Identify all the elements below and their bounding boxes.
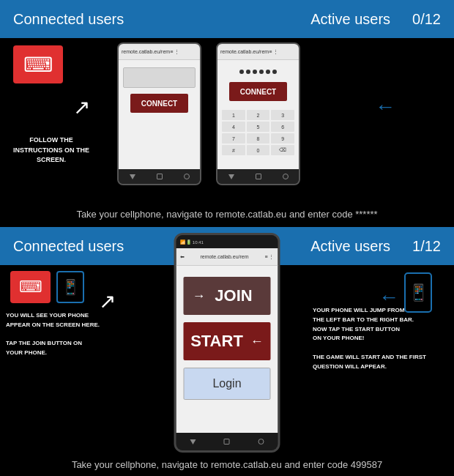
- login-label: Login: [212, 377, 241, 390]
- top-section-instruction: Take your cellphone, navigate to remote.…: [0, 209, 454, 220]
- bottom-counter: 1/12: [412, 238, 441, 255]
- follow-instructions-text: FOLLOW THE INSTRUCTIONS ON THE SCREEN.: [7, 135, 95, 166]
- phone-2-screen: CONNECT 1 2 3 4 5 6 7 8 9 # 0 ⌫: [217, 60, 299, 169]
- keyboard-icon-box-top: ⌨: [13, 45, 63, 83]
- back-nav: [130, 174, 135, 179]
- key-2[interactable]: 2: [247, 110, 270, 120]
- phone-2-bottomnav: [217, 169, 299, 184]
- keyboard-icon-top: ⌨: [23, 53, 53, 77]
- phone-1-topbar: remote.catlab.eu/rem ≡ ⋮: [119, 44, 200, 60]
- key-del[interactable]: ⌫: [271, 145, 294, 155]
- right-instr-line1: YOUR PHONE WILL JUMP FROM: [313, 306, 448, 316]
- phone-1-connect-btn[interactable]: CONNECT: [130, 94, 188, 113]
- arrow-top-left: ↗: [73, 95, 90, 119]
- left-instr-line2: APPEAR ON THE SCREEN HERE.: [6, 321, 134, 330]
- join-arrow-icon: →: [193, 289, 206, 304]
- key-5[interactable]: 5: [247, 122, 270, 132]
- back-nav-2: [228, 174, 234, 179]
- back-nav-big: [190, 439, 196, 445]
- left-instructions-bottom: YOU WILL SEE YOUR PHONE APPEAR ON THE SC…: [6, 311, 134, 358]
- right-instr-line3: NOW TAP THE START BUTTON: [313, 325, 448, 335]
- phone-1-bottomnav: [119, 169, 200, 184]
- right-instr-line5: THE GAME WILL START AND THE FIRST: [313, 353, 448, 362]
- phone-mockup-2: remote.catlab.eu/rem ≡ ⋮ CONNECT 1 2 3: [216, 42, 300, 185]
- top-section: Connected users Active users 0/12 ⌨ ↗ re…: [0, 0, 454, 227]
- big-phone-mockup: 📶 🔋 10:41 ⬅ remote.catlab.eu/rem ≡ ⋮ → J…: [174, 233, 280, 453]
- recent-nav-2: [283, 174, 289, 179]
- key-8[interactable]: 8: [247, 133, 270, 144]
- arrow-bottom-left: ↗: [99, 289, 116, 313]
- password-dots: [222, 67, 294, 76]
- recent-nav-big: [258, 439, 264, 445]
- phone-1-url: remote.catlab.eu/rem: [122, 49, 170, 54]
- numpad: 1 2 3 4 5 6 7 8 9 # 0 ⌫: [222, 110, 294, 155]
- top-counter: 0/12: [412, 11, 441, 28]
- top-connected-label: Connected users: [13, 11, 124, 28]
- top-active-label: Active users: [310, 11, 390, 28]
- bottom-section: Connected users Active users 1/12 ⌨ 📱 ↗ …: [0, 227, 454, 476]
- bottom-connected-label: Connected users: [13, 238, 124, 255]
- key-3[interactable]: 3: [271, 110, 294, 120]
- phones-container-top: remote.catlab.eu/rem ≡ ⋮ CONNECT remote.…: [117, 42, 300, 185]
- left-instr-line3: TAP THE JOIN BUTTON ON: [6, 339, 134, 349]
- left-instr-line1: YOU WILL SEE YOUR PHONE: [6, 311, 134, 321]
- phone-1-input: [123, 67, 196, 88]
- key-7[interactable]: 7: [222, 133, 245, 144]
- phone-icon-left: 📱: [56, 271, 84, 303]
- phone-1-screen: CONNECT: [119, 60, 200, 169]
- keyboard-icon-bottom: ⌨: [10, 271, 51, 303]
- phone-2-topbar: remote.catlab.eu/rem ≡ ⋮: [217, 44, 299, 60]
- phone-2-connect-btn[interactable]: CONNECT: [229, 82, 287, 101]
- bottom-active-label: Active users: [310, 238, 390, 255]
- home-nav-2: [256, 174, 261, 179]
- start-button[interactable]: START ←: [184, 322, 271, 360]
- start-label: START: [190, 332, 243, 351]
- big-phone-url: remote.catlab.eu/rem: [185, 254, 265, 259]
- key-0[interactable]: 0: [247, 145, 270, 155]
- login-button[interactable]: Login: [184, 368, 271, 400]
- big-phone-urlbar: ⬅ remote.catlab.eu/rem ≡ ⋮: [176, 248, 278, 266]
- start-arrow-icon: ←: [250, 334, 264, 349]
- phone-mockup-1: remote.catlab.eu/rem ≡ ⋮ CONNECT: [117, 42, 201, 185]
- left-icons-bottom: ⌨ 📱: [10, 271, 84, 303]
- key-4[interactable]: 4: [222, 122, 245, 132]
- top-blue-bar: Connected users Active users 0/12: [0, 0, 454, 38]
- recent-nav: [184, 174, 190, 179]
- right-instr-line6: QUESTION WILL APPEAR.: [313, 362, 448, 372]
- right-instr-line4: ON YOUR PHONE!: [313, 334, 448, 343]
- big-phone-bottomnav: [176, 433, 278, 450]
- right-instr-line2: THE LEFT BAR TO THE RIGHT BAR.: [313, 316, 448, 325]
- join-label: JOIN: [206, 286, 262, 305]
- arrow-top-right: ←: [375, 95, 395, 119]
- key-1[interactable]: 1: [222, 110, 245, 120]
- key-hash[interactable]: #: [222, 145, 245, 155]
- home-nav: [157, 174, 163, 179]
- bottom-section-instruction: Take your cellphone, navigate to remote.…: [0, 459, 454, 470]
- join-button[interactable]: → JOIN: [184, 277, 271, 315]
- key-9[interactable]: 9: [271, 133, 294, 144]
- home-nav-big: [224, 439, 230, 445]
- big-phone-statusbar: 📶 🔋 10:41: [176, 235, 278, 248]
- right-instructions-bottom: YOUR PHONE WILL JUMP FROM THE LEFT BAR T…: [313, 306, 448, 372]
- key-6[interactable]: 6: [271, 122, 294, 132]
- big-phone-screen: → JOIN START ← Login: [176, 266, 278, 433]
- phone-2-url: remote.catlab.eu/rem: [220, 49, 269, 54]
- left-instr-line4: YOUR PHONE.: [6, 349, 134, 358]
